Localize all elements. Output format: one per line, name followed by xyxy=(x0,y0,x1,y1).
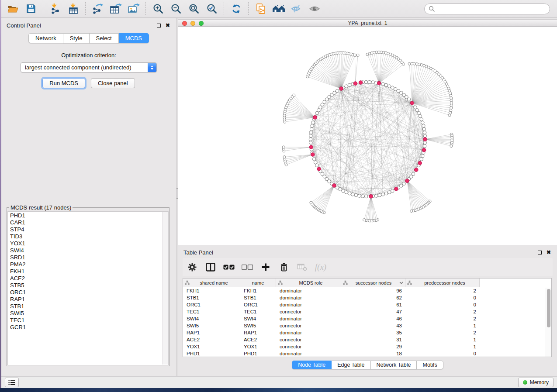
run-mcds-button[interactable]: Run MCDS xyxy=(42,78,85,88)
close-window-icon[interactable] xyxy=(182,21,187,26)
column-header-successor-nodes[interactable]: successor nodes xyxy=(341,279,405,287)
mcds-result-item[interactable]: SWI5 xyxy=(10,310,168,317)
cell[interactable]: 43 xyxy=(341,323,405,328)
cell[interactable]: 62 xyxy=(341,295,405,300)
mcds-result-item[interactable]: TID3 xyxy=(10,233,168,240)
column-header-name[interactable]: name xyxy=(240,279,276,287)
cell[interactable]: 2 xyxy=(405,330,480,335)
table-settings-button[interactable] xyxy=(185,260,199,274)
cell[interactable]: connector xyxy=(276,323,341,328)
mcds-result-item[interactable]: CAR1 xyxy=(10,219,168,226)
mcds-result-item[interactable]: RAP1 xyxy=(10,296,168,303)
minimize-window-icon[interactable] xyxy=(190,21,195,26)
cell[interactable]: 1 xyxy=(405,323,480,328)
table-row-ACE2[interactable]: ACE2ACE2connector311 xyxy=(183,336,551,343)
show-column-panel-button[interactable] xyxy=(204,260,218,274)
cell[interactable]: YOX1 xyxy=(240,344,276,349)
cell[interactable]: ORC1 xyxy=(183,302,240,307)
cell[interactable]: YOX1 xyxy=(183,344,240,349)
panel-splitter[interactable] xyxy=(176,18,178,376)
cell[interactable]: 61 xyxy=(341,302,405,307)
column-header-shared-name[interactable]: shared name xyxy=(183,279,240,287)
network-graph[interactable] xyxy=(178,27,557,245)
column-header-predecessor-nodes[interactable]: predecessor nodes xyxy=(405,279,480,287)
cell[interactable]: SWI5 xyxy=(183,323,240,328)
first-neighbors-button[interactable] xyxy=(270,1,287,16)
cell[interactable]: 1 xyxy=(405,337,480,342)
criterion-dropdown[interactable]: largest connected component (undirected) xyxy=(21,62,157,72)
cell[interactable]: 18 xyxy=(341,351,405,356)
cell[interactable]: ORC1 xyxy=(240,302,276,307)
cell[interactable]: 2 xyxy=(405,316,480,321)
cell[interactable]: 46 xyxy=(341,316,405,321)
cell[interactable]: FKH1 xyxy=(183,288,240,293)
cell[interactable]: 96 xyxy=(341,288,405,293)
cell[interactable]: connector xyxy=(276,309,341,314)
maximize-window-icon[interactable] xyxy=(199,21,204,26)
copy-network-style-button[interactable] xyxy=(252,1,270,16)
cell[interactable]: RAP1 xyxy=(240,330,276,335)
mcds-result-item[interactable]: YOX1 xyxy=(10,240,168,247)
panel-selector-button[interactable] xyxy=(5,378,19,387)
table-row-ORC1[interactable]: ORC1ORC1dominator610 xyxy=(183,301,551,308)
cell[interactable]: dominator xyxy=(276,288,341,293)
cell[interactable]: ACE2 xyxy=(183,337,240,342)
search-input[interactable] xyxy=(437,6,546,12)
table-row-TEC1[interactable]: TEC1TEC1connector472 xyxy=(183,308,551,315)
cell[interactable]: 0 xyxy=(405,295,480,300)
select-all-columns-button[interactable] xyxy=(222,260,236,274)
close-panel-button[interactable]: Close panel xyxy=(91,78,135,88)
cell[interactable]: dominator xyxy=(276,316,341,321)
cell[interactable]: 1 xyxy=(405,344,480,349)
cell[interactable]: 35 xyxy=(341,330,405,335)
export-table-button[interactable] xyxy=(107,1,125,16)
table-row-FKH1[interactable]: FKH1FKH1dominator962 xyxy=(183,287,551,294)
export-image-button[interactable] xyxy=(125,1,142,16)
table-tab-edge-table[interactable]: Edge Table xyxy=(332,361,370,369)
cell[interactable]: 0 xyxy=(405,351,480,356)
zoom-selected-button[interactable] xyxy=(203,1,221,16)
cell[interactable]: STB1 xyxy=(240,295,276,300)
mcds-result-item[interactable]: ORC1 xyxy=(10,289,168,296)
show-all-button[interactable] xyxy=(305,1,323,16)
float-panel-icon[interactable] xyxy=(157,24,161,28)
cell[interactable]: dominator xyxy=(276,351,341,356)
cell[interactable]: PHD1 xyxy=(183,351,240,356)
table-tab-motifs[interactable]: Motifs xyxy=(417,361,443,369)
table-row-YOX1[interactable]: YOX1YOX1connector291 xyxy=(183,343,551,350)
table-row-STB1[interactable]: STB1STB1dominator620 xyxy=(183,294,551,301)
zoom-out-button[interactable] xyxy=(167,1,185,16)
refresh-view-button[interactable] xyxy=(227,1,245,16)
mcds-result-item[interactable]: TEC1 xyxy=(10,317,168,324)
mcds-result-item[interactable]: STP4 xyxy=(10,226,168,233)
column-header-MCDS-role[interactable]: MCDS role xyxy=(276,279,341,287)
float-table-panel-icon[interactable] xyxy=(538,251,542,254)
mcds-result-item[interactable]: PMA2 xyxy=(10,261,168,268)
table-row-SWI5[interactable]: SWI5SWI5connector431 xyxy=(183,322,551,329)
memory-button[interactable]: Memory xyxy=(518,378,554,387)
mcds-result-item[interactable]: SRD1 xyxy=(10,254,168,261)
tab-mcds[interactable]: MCDS xyxy=(119,33,149,43)
cell[interactable]: SWI5 xyxy=(240,323,276,328)
mcds-result-item[interactable]: FKH1 xyxy=(10,268,168,275)
cell[interactable]: 47 xyxy=(341,309,405,314)
save-session-button[interactable] xyxy=(22,1,40,16)
cell[interactable]: 2 xyxy=(405,288,480,293)
cell[interactable]: SWI4 xyxy=(240,316,276,321)
table-tab-network-table[interactable]: Network Table xyxy=(371,361,417,369)
mcds-result-item[interactable]: PHD1 xyxy=(10,212,168,219)
cell[interactable]: ACE2 xyxy=(240,337,276,342)
mcds-result-item[interactable]: STB5 xyxy=(10,282,168,289)
cell[interactable]: RAP1 xyxy=(183,330,240,335)
table-row-PHD1[interactable]: PHD1PHD1dominator180 xyxy=(183,350,551,357)
cell[interactable]: TEC1 xyxy=(183,309,240,314)
delete-table-button[interactable] xyxy=(295,260,309,274)
cell[interactable]: dominator xyxy=(276,330,341,335)
splitter-handle-icon[interactable] xyxy=(176,188,178,199)
table-scrollbar-thumb[interactable] xyxy=(547,289,550,327)
cell[interactable]: PHD1 xyxy=(240,351,276,356)
tab-select[interactable]: Select xyxy=(90,33,119,43)
delete-column-button[interactable] xyxy=(277,260,291,274)
import-table-button[interactable] xyxy=(64,1,82,16)
tab-network[interactable]: Network xyxy=(28,33,63,43)
